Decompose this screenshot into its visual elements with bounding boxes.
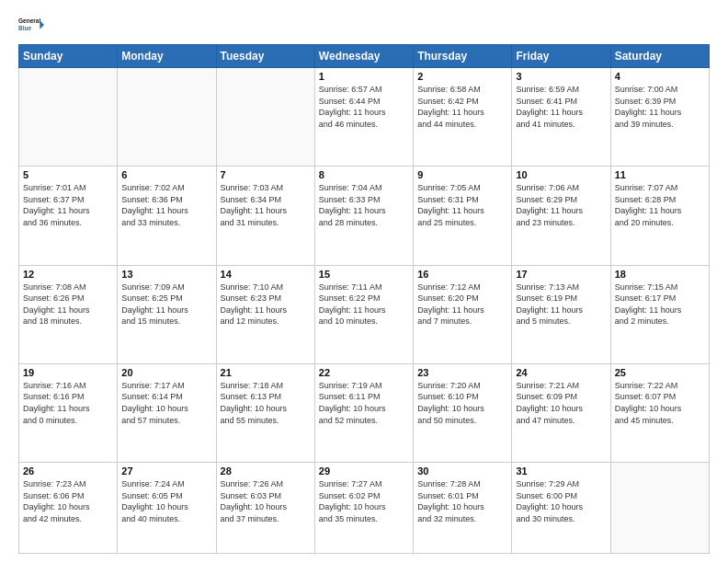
calendar-week-row: 26Sunrise: 7:23 AM Sunset: 6:06 PM Dayli… [19, 463, 710, 554]
svg-marker-2 [40, 20, 44, 29]
day-info: Sunrise: 7:12 AM Sunset: 6:20 PM Dayligh… [417, 282, 507, 327]
day-number: 25 [615, 367, 705, 378]
day-number: 9 [417, 169, 507, 180]
day-number: 30 [417, 465, 507, 477]
day-header-tuesday: Tuesday [216, 45, 314, 68]
calendar-cell: 5Sunrise: 7:01 AM Sunset: 6:37 PM Daylig… [19, 167, 118, 265]
calendar-cell: 11Sunrise: 7:07 AM Sunset: 6:28 PM Dayli… [610, 167, 709, 265]
calendar-week-row: 5Sunrise: 7:01 AM Sunset: 6:37 PM Daylig… [19, 167, 710, 265]
day-number: 10 [516, 169, 606, 180]
calendar-cell: 4Sunrise: 7:00 AM Sunset: 6:39 PM Daylig… [610, 68, 709, 167]
calendar-cell [19, 68, 118, 167]
day-number: 8 [319, 169, 409, 180]
day-header-wednesday: Wednesday [314, 45, 413, 68]
day-info: Sunrise: 7:08 AM Sunset: 6:26 PM Dayligh… [23, 282, 113, 327]
calendar-header-row: SundayMondayTuesdayWednesdayThursdayFrid… [19, 45, 710, 68]
calendar-cell: 17Sunrise: 7:13 AM Sunset: 6:19 PM Dayli… [512, 265, 610, 363]
day-info: Sunrise: 7:09 AM Sunset: 6:25 PM Dayligh… [121, 282, 211, 327]
day-info: Sunrise: 7:29 AM Sunset: 6:00 PM Dayligh… [516, 478, 606, 524]
day-info: Sunrise: 7:10 AM Sunset: 6:23 PM Dayligh… [221, 282, 311, 327]
day-info: Sunrise: 6:57 AM Sunset: 6:44 PM Dayligh… [319, 84, 409, 130]
day-header-friday: Friday [512, 45, 610, 68]
calendar-week-row: 12Sunrise: 7:08 AM Sunset: 6:26 PM Dayli… [19, 265, 710, 363]
day-info: Sunrise: 7:15 AM Sunset: 6:17 PM Dayligh… [615, 282, 705, 327]
day-info: Sunrise: 6:58 AM Sunset: 6:42 PM Dayligh… [417, 84, 507, 130]
day-info: Sunrise: 7:06 AM Sunset: 6:29 PM Dayligh… [516, 182, 606, 228]
day-number: 13 [121, 269, 211, 280]
calendar-cell: 22Sunrise: 7:19 AM Sunset: 6:11 PM Dayli… [314, 363, 413, 462]
day-info: Sunrise: 7:26 AM Sunset: 6:03 PM Dayligh… [221, 478, 311, 524]
day-info: Sunrise: 7:13 AM Sunset: 6:19 PM Dayligh… [516, 282, 606, 327]
calendar-cell: 25Sunrise: 7:22 AM Sunset: 6:07 PM Dayli… [610, 363, 709, 462]
day-header-saturday: Saturday [610, 45, 709, 68]
day-info: Sunrise: 7:18 AM Sunset: 6:13 PM Dayligh… [221, 380, 311, 426]
day-header-monday: Monday [118, 45, 216, 68]
calendar-cell: 16Sunrise: 7:12 AM Sunset: 6:20 PM Dayli… [414, 265, 512, 363]
day-header-sunday: Sunday [19, 45, 118, 68]
day-info: Sunrise: 7:05 AM Sunset: 6:31 PM Dayligh… [417, 182, 507, 228]
page: GeneralBlue SundayMondayTuesdayWednesday… [0, 0, 728, 563]
calendar-cell [216, 68, 314, 167]
calendar-cell: 6Sunrise: 7:02 AM Sunset: 6:36 PM Daylig… [118, 167, 216, 265]
day-info: Sunrise: 7:21 AM Sunset: 6:09 PM Dayligh… [516, 380, 606, 426]
calendar-cell: 2Sunrise: 6:58 AM Sunset: 6:42 PM Daylig… [414, 68, 512, 167]
day-number: 14 [221, 269, 311, 280]
svg-text:Blue: Blue [18, 25, 31, 31]
calendar-cell: 10Sunrise: 7:06 AM Sunset: 6:29 PM Dayli… [512, 167, 610, 265]
calendar-cell: 14Sunrise: 7:10 AM Sunset: 6:23 PM Dayli… [216, 265, 314, 363]
day-number: 26 [23, 465, 113, 477]
calendar-week-row: 19Sunrise: 7:16 AM Sunset: 6:16 PM Dayli… [19, 363, 710, 462]
calendar-week-row: 1Sunrise: 6:57 AM Sunset: 6:44 PM Daylig… [19, 68, 710, 167]
day-number: 20 [121, 367, 211, 378]
day-info: Sunrise: 7:02 AM Sunset: 6:36 PM Dayligh… [121, 182, 211, 228]
day-number: 28 [221, 465, 311, 477]
calendar-cell: 19Sunrise: 7:16 AM Sunset: 6:16 PM Dayli… [19, 363, 118, 462]
day-number: 3 [516, 71, 606, 82]
day-info: Sunrise: 7:03 AM Sunset: 6:34 PM Dayligh… [221, 182, 311, 228]
day-number: 17 [516, 269, 606, 280]
day-info: Sunrise: 7:07 AM Sunset: 6:28 PM Dayligh… [615, 182, 705, 228]
calendar-cell: 13Sunrise: 7:09 AM Sunset: 6:25 PM Dayli… [118, 265, 216, 363]
calendar-cell: 18Sunrise: 7:15 AM Sunset: 6:17 PM Dayli… [610, 265, 709, 363]
day-info: Sunrise: 7:22 AM Sunset: 6:07 PM Dayligh… [615, 380, 705, 426]
calendar-cell: 30Sunrise: 7:28 AM Sunset: 6:01 PM Dayli… [414, 463, 512, 554]
day-info: Sunrise: 7:24 AM Sunset: 6:05 PM Dayligh… [121, 478, 211, 524]
day-number: 16 [417, 269, 507, 280]
day-number: 18 [615, 269, 705, 280]
day-info: Sunrise: 7:11 AM Sunset: 6:22 PM Dayligh… [319, 282, 409, 327]
day-info: Sunrise: 7:28 AM Sunset: 6:01 PM Dayligh… [417, 478, 507, 524]
calendar-cell: 8Sunrise: 7:04 AM Sunset: 6:33 PM Daylig… [314, 167, 413, 265]
calendar-cell: 7Sunrise: 7:03 AM Sunset: 6:34 PM Daylig… [216, 167, 314, 265]
calendar-cell: 9Sunrise: 7:05 AM Sunset: 6:31 PM Daylig… [414, 167, 512, 265]
calendar-cell [610, 463, 709, 554]
day-info: Sunrise: 7:00 AM Sunset: 6:39 PM Dayligh… [615, 84, 705, 130]
day-number: 23 [417, 367, 507, 378]
calendar-cell: 24Sunrise: 7:21 AM Sunset: 6:09 PM Dayli… [512, 363, 610, 462]
day-info: Sunrise: 7:19 AM Sunset: 6:11 PM Dayligh… [319, 380, 409, 426]
calendar-cell: 20Sunrise: 7:17 AM Sunset: 6:14 PM Dayli… [118, 363, 216, 462]
day-header-thursday: Thursday [414, 45, 512, 68]
day-info: Sunrise: 7:23 AM Sunset: 6:06 PM Dayligh… [23, 478, 113, 524]
day-number: 6 [121, 169, 211, 180]
day-number: 11 [615, 169, 705, 180]
day-number: 15 [319, 269, 409, 280]
calendar-cell: 27Sunrise: 7:24 AM Sunset: 6:05 PM Dayli… [118, 463, 216, 554]
header: GeneralBlue [18, 15, 710, 35]
day-info: Sunrise: 7:16 AM Sunset: 6:16 PM Dayligh… [23, 380, 113, 426]
svg-text:General: General [18, 17, 40, 24]
day-info: Sunrise: 7:20 AM Sunset: 6:10 PM Dayligh… [417, 380, 507, 426]
day-number: 12 [23, 269, 113, 280]
calendar-cell: 31Sunrise: 7:29 AM Sunset: 6:00 PM Dayli… [512, 463, 610, 554]
calendar-cell: 3Sunrise: 6:59 AM Sunset: 6:41 PM Daylig… [512, 68, 610, 167]
logo-icon: GeneralBlue [18, 15, 44, 35]
day-number: 1 [319, 71, 409, 82]
day-info: Sunrise: 7:01 AM Sunset: 6:37 PM Dayligh… [23, 182, 113, 228]
calendar-cell: 29Sunrise: 7:27 AM Sunset: 6:02 PM Dayli… [314, 463, 413, 554]
calendar-cell: 15Sunrise: 7:11 AM Sunset: 6:22 PM Dayli… [314, 265, 413, 363]
day-number: 24 [516, 367, 606, 378]
day-number: 31 [516, 465, 606, 477]
day-number: 7 [221, 169, 311, 180]
day-info: Sunrise: 6:59 AM Sunset: 6:41 PM Dayligh… [516, 84, 606, 130]
logo: GeneralBlue [18, 15, 44, 35]
calendar-cell: 28Sunrise: 7:26 AM Sunset: 6:03 PM Dayli… [216, 463, 314, 554]
